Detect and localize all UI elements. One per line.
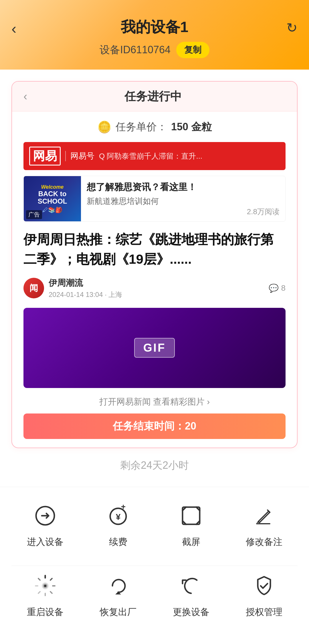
action-renew[interactable]: ¥ + 续费 (84, 501, 152, 548)
netease-source: 网易号 (70, 151, 94, 162)
copy-button[interactable]: 复制 (176, 42, 209, 58)
task-card-title: 任务进行中 (32, 88, 274, 104)
action-grid-row2: 重启设备 恢复出厂 更换设备 (11, 572, 298, 619)
restart-icon-wrap (31, 572, 60, 600)
screenshot-icon (180, 504, 203, 527)
change-device-icon-wrap (177, 572, 205, 600)
action-change-device[interactable]: 更换设备 (157, 572, 225, 619)
restart-icon (34, 574, 57, 597)
action-enter-device[interactable]: 进入设备 (11, 501, 79, 548)
author-info: 闻 伊周潮流 2024-01-14 13:04 · 上海 (23, 277, 122, 299)
price-label: 任务单价： (116, 120, 167, 134)
view-more[interactable]: 打开网易新闻 查看精彩图片 › (23, 396, 286, 408)
renew-icon: ¥ + (107, 504, 130, 527)
task-end-bar: 任务结束时间：20 (23, 413, 286, 439)
auth-manage-icon (253, 574, 276, 597)
page-title: 我的设备1 (11, 17, 298, 37)
author-details: 伊周潮流 2024-01-14 13:04 · 上海 (49, 277, 122, 299)
action-grid-row1: 进入设备 ¥ + 续费 截屏 (11, 501, 298, 548)
article-title: 伊周周日热推：综艺《跳进地理书的旅行第二季》；电视剧《19层》...... (23, 230, 286, 269)
svg-line-16 (38, 578, 40, 580)
task-card-header: ‹ 任务进行中 (12, 82, 297, 111)
netease-banner[interactable]: 网易 网易号 Q 阿勒泰雪崩千人滞留：直升... (23, 142, 286, 170)
auth-manage-label: 授权管理 (246, 606, 282, 619)
svg-line-12 (50, 592, 52, 593)
svg-text:+: + (121, 504, 125, 511)
author-meta: 2024-01-14 13:04 · 上海 (49, 290, 122, 299)
action-divider (11, 566, 298, 566)
ad-title: 想了解雅思资讯？看这里！ (87, 181, 280, 194)
gif-badge: GIF (134, 338, 175, 358)
factory-reset-label: 恢复出厂 (100, 606, 136, 619)
ad-content: 想了解雅思资讯？看这里！ 新航道雅思培训如何 2.8万阅读 (81, 176, 285, 221)
svg-line-10 (50, 578, 52, 580)
task-card-back-icon[interactable]: ‹ (23, 90, 27, 103)
gif-area: GIF (23, 308, 286, 388)
netease-divider (65, 151, 66, 161)
ad-image: Welcome BACK toSCHOOL 🖊📚🎒 广告 (24, 176, 81, 221)
screenshot-icon-wrap (177, 501, 205, 530)
ad-welcome: Welcome (41, 184, 64, 190)
screenshot-label: 截屏 (182, 536, 200, 548)
author-row: 闻 伊周潮流 2024-01-14 13:04 · 上海 💬 8 (23, 277, 286, 299)
svg-point-8 (42, 582, 49, 589)
action-auth-manage[interactable]: 授权管理 (230, 572, 298, 619)
ad-reads: 2.8万阅读 (87, 207, 280, 217)
action-edit-note[interactable]: 修改备注 (230, 501, 298, 548)
factory-reset-icon-wrap (104, 572, 132, 600)
factory-reset-icon (107, 574, 130, 597)
author-avatar: 闻 (23, 278, 44, 298)
device-id-row: 设备ID6110764 复制 (11, 42, 298, 58)
header: ‹ 我的设备1 设备ID6110764 复制 ↻ (0, 0, 309, 70)
refresh-button[interactable]: ↻ (286, 20, 298, 36)
comment-icon: 💬 (269, 283, 279, 293)
netease-search: Q 阿勒泰雪崩千人滞留：直升... (99, 151, 280, 161)
edit-note-label: 修改备注 (246, 536, 282, 548)
action-section: 进入设备 ¥ + 续费 截屏 (0, 487, 309, 644)
edit-note-icon (253, 504, 276, 527)
price-value: 150 金粒 (171, 120, 212, 134)
action-factory-reset[interactable]: 恢复出厂 (84, 572, 152, 619)
main-content: ‹ 任务进行中 🪙 任务单价： 150 金粒 网易 网易号 Q 阿勒泰雪崩千人滞… (0, 70, 309, 487)
restart-label: 重启设备 (27, 606, 64, 619)
renew-icon-wrap: ¥ + (104, 501, 132, 530)
remaining-time: 剩余24天2小时 (11, 448, 298, 487)
price-icon: 🪙 (97, 120, 112, 134)
change-device-icon (180, 574, 203, 597)
svg-rect-4 (183, 507, 200, 524)
ad-tag: 广告 (26, 210, 42, 219)
svg-text:¥: ¥ (116, 512, 120, 521)
author-name: 伊周潮流 (49, 277, 122, 289)
ad-banner[interactable]: Welcome BACK toSCHOOL 🖊📚🎒 广告 想了解雅思资讯？看这里… (23, 176, 286, 222)
device-id-label: 设备ID6110764 (100, 43, 171, 57)
price-row: 🪙 任务单价： 150 金粒 (23, 120, 286, 134)
task-card-body: 🪙 任务单价： 150 金粒 网易 网易号 Q 阿勒泰雪崩千人滞留：直升... … (12, 111, 297, 448)
netease-search-text: Q 阿勒泰雪崩千人滞留：直升... (99, 151, 202, 161)
ad-subtitle: 新航道雅思培训如何 (87, 196, 280, 207)
back-button[interactable]: ‹ (11, 20, 16, 37)
comment-count: 💬 8 (269, 283, 286, 293)
netease-logo: 网易 (29, 147, 61, 166)
change-device-label: 更换设备 (173, 606, 209, 619)
enter-device-icon (34, 504, 57, 527)
comment-number: 8 (281, 283, 286, 293)
ad-back-text: BACK toSCHOOL (38, 190, 67, 205)
renew-label: 续费 (109, 536, 127, 548)
ad-image-icons: 🖊📚🎒 (42, 206, 62, 213)
action-screenshot[interactable]: 截屏 (157, 501, 225, 548)
enter-device-label: 进入设备 (27, 536, 64, 548)
auth-manage-icon-wrap (250, 572, 278, 600)
task-card: ‹ 任务进行中 🪙 任务单价： 150 金粒 网易 网易号 Q 阿勒泰雪崩千人滞… (11, 81, 298, 448)
svg-line-14 (38, 592, 40, 593)
action-restart[interactable]: 重启设备 (11, 572, 79, 619)
enter-device-icon-wrap (31, 501, 60, 530)
edit-note-icon-wrap (250, 501, 278, 530)
